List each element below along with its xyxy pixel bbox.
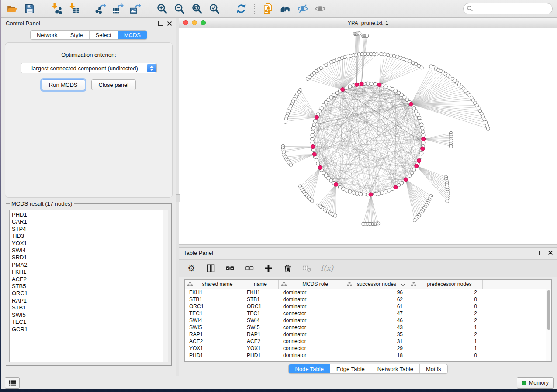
- close-panel-icon[interactable]: [167, 21, 172, 26]
- table-cell: RAP1: [185, 331, 242, 338]
- table-cell-filler: [483, 331, 551, 338]
- save-icon[interactable]: [23, 2, 36, 15]
- mcds-result-item[interactable]: TID3: [12, 233, 168, 240]
- add-column-icon[interactable]: [263, 263, 273, 273]
- clone-network-icon[interactable]: [261, 2, 274, 15]
- mcds-result-item[interactable]: RAP1: [12, 297, 168, 304]
- column-header-successor-nodes[interactable]: successor nodes: [344, 280, 408, 289]
- table-cell: dominator: [279, 296, 344, 303]
- table-row[interactable]: ACE2ACE2connector311: [185, 338, 551, 345]
- table-row[interactable]: SWI4SWI4dominator462: [185, 317, 551, 324]
- network-overview-icon[interactable]: [279, 2, 292, 15]
- network-window-titlebar[interactable]: YPA_prune.txt_1: [179, 18, 557, 28]
- export-table-icon[interactable]: [111, 2, 125, 15]
- node-table: shared namenameMCDS rolesuccessor nodesp…: [184, 279, 552, 362]
- mcds-result-list[interactable]: PHD1CAR1STP4TID3YOX1SWI4SRD1PMA2FKH1ACE2…: [9, 210, 168, 362]
- zoom-selected-icon[interactable]: [208, 2, 221, 15]
- column-header-predecessor-nodes[interactable]: predecessor nodes: [408, 280, 483, 289]
- network-view[interactable]: [179, 28, 557, 244]
- window-minimize-icon[interactable]: [192, 20, 197, 25]
- memory-button[interactable]: Memory: [517, 377, 554, 389]
- mcds-result-item[interactable]: STB1: [12, 304, 168, 311]
- table-row[interactable]: FKH1FKH1dominator962: [185, 289, 551, 296]
- import-table-icon[interactable]: [67, 2, 80, 15]
- mcds-result-item[interactable]: STP4: [12, 226, 168, 233]
- table-cell: RAP1: [242, 331, 279, 338]
- mcds-result-item[interactable]: PMA2: [12, 261, 168, 268]
- network-canvas[interactable]: [179, 28, 557, 244]
- mcds-result-item[interactable]: ACE2: [12, 276, 168, 283]
- mcds-result-item[interactable]: ORC1: [12, 290, 168, 297]
- task-history-button[interactable]: [5, 377, 20, 389]
- table-row[interactable]: SWI5SWI5connector431: [185, 324, 551, 331]
- split-columns-icon[interactable]: [205, 263, 216, 273]
- zoom-out-icon[interactable]: [173, 2, 186, 15]
- zoom-in-icon[interactable]: [156, 2, 169, 15]
- table-cell-filler: [483, 324, 551, 331]
- tab-select[interactable]: Select: [90, 31, 118, 39]
- mcds-result-item[interactable]: YOX1: [12, 240, 168, 247]
- mcds-result-item[interactable]: STB5: [12, 283, 168, 290]
- search-input[interactable]: [463, 3, 553, 14]
- mcds-list-scrollbar[interactable]: [163, 210, 168, 362]
- column-header-name[interactable]: name: [242, 280, 279, 289]
- tab-network[interactable]: Network: [31, 31, 64, 39]
- window-close-icon[interactable]: [183, 20, 188, 25]
- table-row[interactable]: YOX1YOX1connector291: [185, 345, 551, 352]
- table-row[interactable]: RAP1RAP1dominator352: [185, 331, 551, 338]
- window-zoom-icon[interactable]: [201, 20, 206, 25]
- table-row[interactable]: TEC1TEC1connector472: [185, 310, 551, 317]
- open-file-icon[interactable]: [6, 2, 19, 15]
- close-table-panel-icon[interactable]: [548, 251, 553, 255]
- export-network-icon[interactable]: [94, 2, 107, 15]
- table-cell: SWI4: [185, 317, 242, 324]
- settings-gear-icon[interactable]: ⚙: [186, 263, 197, 273]
- mcds-result-item[interactable]: TEC1: [12, 319, 168, 326]
- column-label: name: [242, 281, 278, 287]
- close-panel-button[interactable]: Close panel: [91, 79, 136, 90]
- search-box: [463, 3, 553, 14]
- mcds-result-item[interactable]: CAR1: [12, 218, 168, 225]
- hide-graphics-details-icon[interactable]: [296, 2, 309, 15]
- table-scrollbar[interactable]: [546, 289, 551, 361]
- table-tab-network-table[interactable]: Network Table: [371, 364, 420, 373]
- table-row[interactable]: PHD1PHD1dominator180: [185, 352, 551, 359]
- table-cell: 43: [344, 324, 408, 331]
- traffic-lights: [183, 20, 206, 25]
- deselect-all-icon[interactable]: [244, 263, 254, 273]
- show-graphics-details-icon[interactable]: [314, 2, 327, 15]
- tab-mcds[interactable]: MCDS: [118, 31, 147, 39]
- zoom-fit-icon[interactable]: [190, 2, 204, 15]
- mcds-result-item[interactable]: PHD1: [12, 211, 168, 218]
- refresh-icon[interactable]: [235, 2, 248, 15]
- table-cell-filler: [483, 296, 551, 303]
- mcds-result-item[interactable]: SWI5: [12, 312, 168, 319]
- mcds-result-item[interactable]: SRD1: [12, 254, 168, 261]
- mcds-result-item[interactable]: SWI4: [12, 247, 168, 254]
- select-all-icon[interactable]: [225, 263, 235, 273]
- float-table-panel-icon[interactable]: [539, 251, 544, 255]
- table-tab-motifs[interactable]: Motifs: [420, 364, 447, 373]
- mcds-result-items: PHD1CAR1STP4TID3YOX1SWI4SRD1PMA2FKH1ACE2…: [10, 210, 168, 333]
- delete-column-icon[interactable]: [282, 263, 293, 273]
- optimization-criterion-select[interactable]: largest connected component (undirected): [21, 63, 157, 73]
- vertical-splitter[interactable]: [176, 18, 179, 376]
- mcds-result-item[interactable]: FKH1: [12, 268, 168, 275]
- column-header-mcds-role[interactable]: MCDS role: [279, 280, 344, 289]
- run-mcds-button[interactable]: Run MCDS: [42, 79, 85, 90]
- tab-style[interactable]: Style: [64, 31, 90, 39]
- toolbar-separator: [254, 3, 255, 15]
- horizontal-splitter[interactable]: [179, 244, 557, 248]
- import-network-icon[interactable]: [50, 2, 63, 15]
- table-tab-edge-table[interactable]: Edge Table: [330, 364, 371, 373]
- splitter-grip[interactable]: [176, 194, 180, 202]
- float-panel-icon[interactable]: [158, 21, 163, 26]
- table-scrollbar-thumb[interactable]: [547, 290, 550, 330]
- table-row[interactable]: ORC1ORC1dominator610: [185, 303, 551, 310]
- export-image-icon[interactable]: [129, 2, 142, 15]
- table-tab-node-table[interactable]: Node Table: [289, 364, 330, 373]
- table-row[interactable]: STB1STB1dominator620: [185, 296, 551, 303]
- column-header-shared-name[interactable]: shared name: [185, 280, 242, 289]
- table-cell: STB1: [242, 296, 279, 303]
- mcds-result-item[interactable]: GCR1: [12, 326, 168, 333]
